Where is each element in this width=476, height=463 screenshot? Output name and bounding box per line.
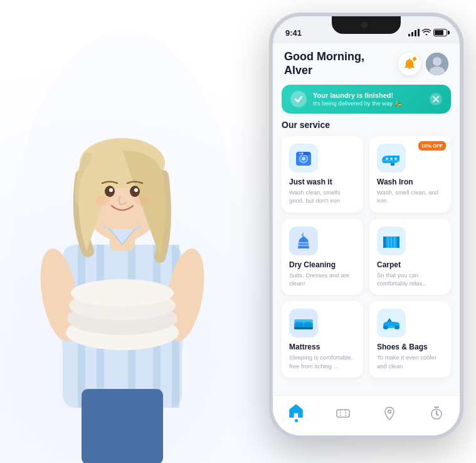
nav-timer[interactable] (422, 404, 451, 423)
svg-rect-49 (295, 322, 303, 327)
banner-subtitle: It's being delivered by the way 🛵 (313, 100, 423, 107)
user-avatar[interactable] (426, 53, 448, 75)
svg-point-57 (388, 410, 391, 413)
wifi-icon (422, 28, 431, 37)
svg-point-38 (394, 157, 397, 160)
nav-active-dot (295, 419, 298, 422)
banner-close-button[interactable] (430, 93, 442, 105)
svg-rect-51 (294, 327, 313, 329)
service-name-mattress: Mattress (289, 343, 356, 351)
svg-point-22 (135, 196, 150, 206)
services-grid: Just wash it Wash clean, smells good, bu… (282, 136, 451, 378)
camera-dot (361, 22, 368, 28)
greeting-block: Good Morning, Alver (284, 50, 364, 77)
banner-title: Your laundry is finished! (313, 92, 423, 99)
services-section: Our service (273, 120, 460, 378)
banner-check-icon (290, 91, 307, 107)
nav-orders[interactable] (329, 404, 357, 423)
svg-point-33 (299, 152, 301, 154)
service-card-shoes-bags[interactable]: Shoes & Bags To make it even cooler and … (369, 301, 451, 378)
svg-point-21 (95, 196, 110, 206)
svg-line-60 (436, 414, 438, 415)
phone-screen: Good Morning, Alver (273, 44, 460, 435)
notification-dot (412, 56, 417, 61)
status-icons (408, 28, 447, 37)
status-time: 9:41 (285, 28, 302, 38)
svg-point-20 (134, 188, 138, 192)
discount-badge: 10% OFF (418, 141, 446, 151)
service-name-carpet: Carpet (377, 260, 443, 269)
svg-point-36 (386, 157, 388, 160)
svg-point-31 (302, 157, 305, 161)
service-card-just-wash[interactable]: Just wash it Wash clean, smells good, bu… (282, 136, 363, 213)
svg-point-52 (383, 326, 388, 329)
ticket-icon (336, 407, 350, 420)
svg-point-19 (109, 188, 113, 192)
banner-text-block: Your laundry is finished! It's being del… (313, 92, 423, 107)
battery-icon (433, 29, 447, 36)
svg-rect-42 (383, 237, 386, 248)
svg-point-13 (71, 279, 174, 307)
service-name-shoes: Shoes & Bags (377, 343, 443, 351)
service-card-wash-iron[interactable]: 10% OFF Wash Iron (369, 136, 451, 213)
app-header: Good Morning, Alver (273, 44, 460, 82)
service-desc-carpet: So that you can comfortably relax... (377, 271, 443, 288)
notification-button[interactable] (398, 53, 421, 75)
signal-icon (408, 29, 420, 36)
greeting-line1: Good Morning, (284, 50, 364, 64)
notification-banner[interactable]: Your laundry is finished! It's being del… (282, 85, 451, 114)
service-desc-dry: Suits, Dresses and are clean! (289, 271, 356, 288)
services-title: Our service (282, 120, 451, 130)
service-name-iron: Wash Iron (377, 178, 443, 186)
phone-notch (332, 16, 401, 34)
svg-rect-54 (337, 410, 349, 417)
service-card-mattress[interactable]: Mattress Sleeping is comfortable, free f… (282, 301, 363, 378)
service-card-carpet[interactable]: Carpet So that you can comfortably relax… (369, 219, 451, 295)
service-icon-mattress (289, 309, 318, 338)
home-icon (289, 404, 303, 418)
svg-rect-35 (391, 163, 394, 166)
service-icon-wash (289, 144, 318, 173)
svg-rect-40 (299, 245, 309, 246)
location-icon (383, 407, 396, 420)
phone-frame: 9:41 (269, 13, 463, 439)
svg-rect-43 (397, 237, 399, 248)
header-icons (398, 53, 448, 75)
svg-point-53 (394, 326, 399, 329)
svg-rect-50 (304, 322, 312, 327)
service-desc-mattress: Sleeping is comfortable, free from itchi… (289, 353, 356, 370)
service-name-wash: Just wash it (289, 178, 356, 186)
svg-rect-39 (298, 242, 309, 243)
service-desc-wash: Wash clean, smells good, but don't iron (289, 188, 356, 205)
person-image (0, 0, 245, 463)
service-card-dry-clean[interactable]: Dry Cleaning Suits, Dresses and are clea… (282, 219, 363, 295)
phone-mockup: 9:41 (269, 13, 463, 439)
nav-home[interactable] (282, 402, 310, 425)
svg-point-25 (433, 57, 442, 66)
service-icon-iron (377, 144, 406, 173)
greeting-name: Alver (284, 64, 364, 78)
service-name-dry: Dry Cleaning (289, 260, 356, 269)
service-icon-carpet (377, 226, 406, 255)
timer-icon (430, 407, 443, 420)
svg-rect-23 (82, 389, 163, 463)
service-desc-shoes: To make it even cooler and clean (377, 353, 443, 370)
service-icon-dry (289, 226, 318, 255)
svg-point-37 (390, 157, 393, 160)
nav-location[interactable] (375, 404, 404, 423)
svg-point-34 (302, 152, 304, 154)
service-desc-iron: Wash, smell clean, and iron (377, 188, 443, 205)
service-icon-shoes (377, 309, 406, 338)
bottom-navigation (273, 395, 460, 435)
